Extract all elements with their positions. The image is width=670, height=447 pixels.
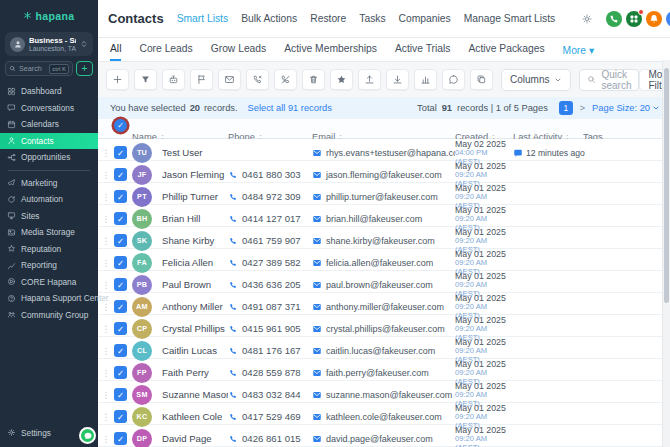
phone-icon[interactable] bbox=[606, 11, 622, 27]
import-button[interactable] bbox=[386, 69, 409, 90]
next-page-button[interactable]: > bbox=[578, 103, 587, 113]
drag-handle[interactable]: ⋮ bbox=[100, 368, 112, 378]
tab-restore[interactable]: Restore bbox=[310, 13, 346, 24]
subtab-active-packages[interactable]: Active Packages bbox=[468, 43, 544, 61]
sidebar-item-dashboard[interactable]: Dashboard bbox=[0, 83, 98, 100]
scrollbar-thumb[interactable] bbox=[664, 68, 669, 303]
contact-name[interactable]: Crystal Phillips bbox=[162, 323, 228, 334]
business-selector[interactable]: Business - Sandbox Launceston, TAS bbox=[5, 32, 93, 56]
drag-handle[interactable]: ⋮ bbox=[100, 412, 112, 422]
settings-gear-button[interactable] bbox=[581, 13, 593, 25]
contact-name[interactable]: Caitlin Lucas bbox=[162, 345, 228, 356]
sidebar-item-calendars[interactable]: Calendars bbox=[0, 116, 98, 133]
quick-search-input[interactable]: Quick search bbox=[579, 69, 639, 91]
row-checkbox[interactable]: ✓ bbox=[114, 322, 127, 335]
drag-handle[interactable]: ⋮ bbox=[100, 346, 112, 356]
filter-button[interactable] bbox=[134, 69, 157, 90]
contact-name[interactable]: Kathleen Cole bbox=[162, 411, 228, 422]
row-checkbox[interactable]: ✓ bbox=[114, 410, 127, 423]
drag-handle[interactable]: ⋮ bbox=[100, 390, 112, 400]
table-row[interactable]: ⋮✓CLCaitlin Lucas0481 176 167caitlin.luc… bbox=[98, 337, 670, 359]
chat-widget-button[interactable] bbox=[79, 427, 96, 444]
sidebar-item-reporting[interactable]: Reporting bbox=[0, 257, 98, 274]
tab-bulk-actions[interactable]: Bulk Actions bbox=[241, 13, 297, 24]
sidebar-item-hapana-support-center[interactable]: Hapana Support Center bbox=[0, 290, 98, 307]
drag-handle[interactable]: ⋮ bbox=[100, 434, 112, 444]
tab-companies[interactable]: Companies bbox=[399, 13, 451, 24]
table-row[interactable]: ⋮✓BHBrian Hill0414 127 017brian.hill@fak… bbox=[98, 205, 670, 227]
call-declined-button[interactable] bbox=[246, 69, 269, 90]
apps-icon[interactable] bbox=[626, 11, 642, 27]
sidebar-item-sites[interactable]: Sites bbox=[0, 208, 98, 225]
flag-button[interactable] bbox=[190, 69, 213, 90]
table-row[interactable]: ⋮✓PBPaul Brown0436 636 205paul.brown@fak… bbox=[98, 271, 670, 293]
row-checkbox[interactable]: ✓ bbox=[114, 212, 127, 225]
contact-name[interactable]: Jason Fleming bbox=[162, 169, 228, 180]
table-row[interactable]: ⋮✓DPDavid Page0426 861 015david.page@fak… bbox=[98, 425, 670, 447]
contact-name[interactable]: David Page bbox=[162, 433, 228, 444]
help-icon[interactable]: ? bbox=[666, 11, 670, 27]
drag-handle[interactable]: ⋮ bbox=[100, 214, 112, 224]
sidebar-search-input[interactable]: Search ctrl K bbox=[5, 61, 73, 76]
table-row[interactable]: ⋮✓PTPhillip Turner0484 972 309phillip.tu… bbox=[98, 183, 670, 205]
page-1-button[interactable]: 1 bbox=[559, 101, 573, 115]
row-checkbox[interactable]: ✓ bbox=[114, 278, 127, 291]
contact-name[interactable]: Phillip Turner bbox=[162, 191, 228, 202]
subtab-grow-leads[interactable]: Grow Leads bbox=[211, 43, 267, 61]
subtab-all[interactable]: All bbox=[110, 43, 121, 61]
tab-manage-smart-lists[interactable]: Manage Smart Lists bbox=[464, 13, 556, 24]
merge-button[interactable] bbox=[470, 69, 493, 90]
delete-button[interactable] bbox=[302, 69, 325, 90]
sidebar-item-reputation[interactable]: Reputation bbox=[0, 241, 98, 258]
contact-name[interactable]: Faith Perry bbox=[162, 367, 228, 378]
table-row[interactable]: ⋮✓KCKathleen Cole0417 529 469kathleen.co… bbox=[98, 403, 670, 425]
export-button[interactable] bbox=[358, 69, 381, 90]
table-row[interactable]: ⋮✓JFJason Fleming0461 880 303jason.flemi… bbox=[98, 161, 670, 183]
contact-name[interactable]: Felicia Allen bbox=[162, 257, 228, 268]
contact-name[interactable]: Shane Kirby bbox=[162, 235, 228, 246]
add-button[interactable] bbox=[106, 69, 129, 90]
row-checkbox[interactable]: ✓ bbox=[114, 146, 127, 159]
table-row[interactable]: ⋮✓AMAnthony Miller0491 087 371anthony.mi… bbox=[98, 293, 670, 315]
row-checkbox[interactable]: ✓ bbox=[114, 234, 127, 247]
table-row[interactable]: ⋮✓SMSuzanne Mason0483 032 844suzanne.mas… bbox=[98, 381, 670, 403]
star-button[interactable] bbox=[330, 69, 353, 90]
row-checkbox[interactable]: ✓ bbox=[114, 256, 127, 269]
drag-handle[interactable]: ⋮ bbox=[100, 302, 112, 312]
select-all-link[interactable]: Select all 91 records bbox=[248, 103, 332, 113]
table-row[interactable]: ⋮✓TUTest Userrhys.evans+testuser@hapana.… bbox=[98, 139, 670, 161]
table-row[interactable]: ⋮✓FAFelicia Allen0427 389 582felicia.all… bbox=[98, 249, 670, 271]
quick-add-button[interactable]: + bbox=[76, 61, 93, 76]
subtab-more[interactable]: More ▾ bbox=[563, 44, 595, 61]
tab-tasks[interactable]: Tasks bbox=[359, 13, 385, 24]
row-checkbox[interactable]: ✓ bbox=[114, 344, 127, 357]
drag-handle[interactable]: ⋮ bbox=[100, 280, 112, 290]
drag-handle[interactable]: ⋮ bbox=[100, 192, 112, 202]
email-button[interactable] bbox=[218, 69, 241, 90]
row-checkbox[interactable]: ✓ bbox=[114, 168, 127, 181]
drag-handle[interactable]: ⋮ bbox=[100, 236, 112, 246]
call-missed-button[interactable] bbox=[274, 69, 297, 90]
subtab-core-leads[interactable]: Core Leads bbox=[139, 43, 192, 61]
robot-button[interactable] bbox=[162, 69, 185, 90]
analytics-button[interactable] bbox=[414, 69, 437, 90]
contact-name[interactable]: Paul Brown bbox=[162, 279, 228, 290]
subtab-active-trials[interactable]: Active Trials bbox=[395, 43, 451, 61]
columns-dropdown[interactable]: Columns bbox=[501, 69, 571, 91]
sidebar-item-marketing[interactable]: Marketing bbox=[0, 175, 98, 192]
sidebar-item-core-hapana[interactable]: CORE Hapana bbox=[0, 274, 98, 291]
row-checkbox[interactable]: ✓ bbox=[114, 388, 127, 401]
drag-handle[interactable]: ⋮ bbox=[100, 170, 112, 180]
select-all-checkbox[interactable]: ✓ bbox=[114, 119, 127, 132]
contact-name[interactable]: Anthony Miller bbox=[162, 301, 228, 312]
bell-icon[interactable] bbox=[646, 11, 662, 27]
row-checkbox[interactable]: ✓ bbox=[114, 366, 127, 379]
vertical-scrollbar[interactable] bbox=[662, 60, 670, 447]
contact-name[interactable]: Brian Hill bbox=[162, 213, 228, 224]
sidebar-item-conversations[interactable]: Conversations bbox=[0, 100, 98, 117]
contact-name[interactable]: Test User bbox=[162, 147, 228, 158]
message-button[interactable] bbox=[442, 69, 465, 90]
sidebar-item-community-group[interactable]: Community Group bbox=[0, 307, 98, 324]
tab-smart-lists[interactable]: Smart Lists bbox=[177, 13, 229, 24]
table-row[interactable]: ⋮✓SKShane Kirby0461 759 907shane.kirby@f… bbox=[98, 227, 670, 249]
